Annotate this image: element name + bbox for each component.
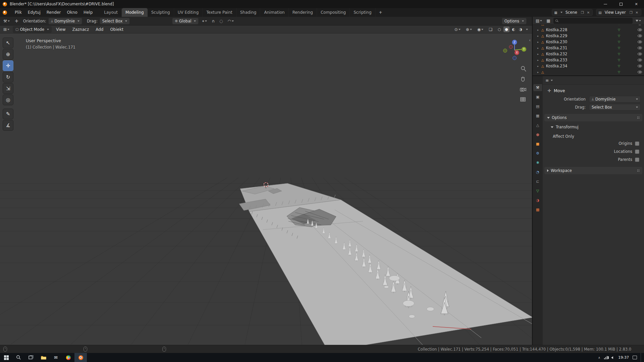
properties-menu-icon[interactable]: ≡ [545,78,549,83]
outliner-search-input[interactable] [559,18,631,23]
tab-shading[interactable]: Shading [236,8,261,17]
tab-render[interactable]: ▣ [533,94,542,101]
tab-rendering[interactable]: Rendering [289,8,317,17]
display-mode-icon[interactable]: ▦ [545,18,551,23]
outliner-row[interactable]: ▸ △ Kostka.228 ▽ [533,27,644,33]
scene-selector[interactable]: ▦ Scene ❐ ✕ [552,9,593,16]
expand-arrow-icon[interactable]: ▸ [537,41,540,44]
menu-add[interactable]: Add [93,27,106,32]
options-section-header[interactable]: Options [544,114,642,121]
transform-subsection-header[interactable]: Transformuj [543,121,644,130]
scale-tool-button[interactable]: ⇲ [3,83,13,94]
volume-icon[interactable] [611,356,613,359]
origins-checkbox[interactable] [635,141,639,146]
tab-particles[interactable]: ✱ [533,159,542,166]
visibility-eye-icon[interactable] [638,65,642,67]
filter-dropdown[interactable] [634,20,642,22]
menu-obiekt[interactable]: Obiekt [108,27,125,32]
tab-output[interactable]: ▤ [533,103,542,110]
unlink-scene-button[interactable]: ✕ [586,11,590,14]
outliner-row[interactable]: ▸ △ Kostka.233 ▽ [533,57,644,63]
blender-taskbar-button[interactable] [74,353,87,362]
shading-wireframe-button[interactable]: ○ [496,26,502,32]
region-collapse-arrow[interactable]: ‹ [529,38,531,43]
options-dropdown[interactable]: Options [502,18,527,24]
orientation-dropdown[interactable]: ⟂ Domyślnie [589,96,641,103]
tab-texture[interactable]: ▩ [533,206,542,213]
expand-arrow-icon[interactable]: ▸ [537,28,540,32]
tab-compositing[interactable]: Compositing [317,8,350,17]
visibility-eye-icon[interactable] [638,25,642,25]
visibility-eye-icon[interactable] [638,53,642,55]
tab-physics[interactable]: ◔ [533,169,542,176]
snap-toggle-button[interactable]: ∩ [210,19,216,23]
outliner-editor-type-icon[interactable]: ▤ [534,18,543,23]
drag-dropdown[interactable]: Select Box [100,18,130,24]
menu-zaznacz[interactable]: Zaznacz [70,27,91,32]
menu-edytuj[interactable]: Edytuj [25,8,44,17]
visibility-eye-icon[interactable] [638,71,642,73]
task-view-button[interactable] [25,353,37,362]
hidden-icons-chevron[interactable]: ∧ [598,356,600,359]
tab-layout[interactable]: Layout [100,8,122,17]
overlays-dropdown[interactable]: ◉ [476,27,485,32]
transform-tool-button[interactable]: ◎ [3,95,13,105]
tool-settings-editor-icon[interactable]: ⚒ [2,19,11,23]
box-select-tool-button[interactable]: ↖ [3,38,13,48]
visibility-eye-icon[interactable] [638,28,642,31]
outliner-row[interactable]: ▸ △ Kostka.231 ▽ [533,45,644,51]
outliner-search-box[interactable] [553,18,633,24]
falloff-dropdown[interactable]: ◠ [226,19,235,23]
tab-uv-editing[interactable]: UV Editing [174,8,203,17]
add-view-layer-button[interactable]: ❐ [629,11,633,14]
tab-modifiers[interactable]: ⚙ [533,150,542,157]
visibility-eye-icon[interactable] [638,59,642,61]
mode-dropdown[interactable]: ▢ Object Mode [13,26,52,33]
tab-animation[interactable]: Animation [260,8,288,17]
menu-okno[interactable]: Okno [64,8,80,17]
object-name[interactable]: Kostka.229 [546,34,568,38]
expand-arrow-icon[interactable]: ▸ [537,25,540,25]
xray-toggle-button[interactable]: ❏ [487,27,494,32]
tab-view-layer[interactable]: ▦ [533,112,542,119]
object-name[interactable]: Kostka.233 [546,58,568,62]
proportional-editing-button[interactable]: ◌ [218,19,224,23]
parents-checkbox[interactable] [635,158,639,162]
maximize-button[interactable] [613,0,629,8]
tab-object-data[interactable]: ▽ [533,187,542,194]
outliner-row[interactable]: ▸ △ Kostka.230 ▽ [533,39,644,45]
view-layer-selector[interactable]: ▤ View Layer ❐ ✕ [596,9,641,16]
menu-view[interactable]: View [54,27,68,32]
tab-sculpting[interactable]: Sculpting [148,8,174,17]
visibility-dropdown[interactable]: ⊙ [453,27,462,32]
gizmo-z-label[interactable]: Z [514,41,516,44]
viewport-editor-type-icon[interactable]: ⊞ [2,27,11,32]
file-explorer-button[interactable] [37,353,50,362]
transform-orientation-dropdown[interactable]: ⊕ Global [172,18,199,24]
locations-checkbox[interactable] [635,149,639,154]
outliner-row[interactable]: ▸ △ Kostka.232 ▽ [533,51,644,57]
tab-scene[interactable]: △ [533,122,542,129]
mail-app-button[interactable]: ✉ [50,353,62,362]
blender-menu-button[interactable] [3,8,10,17]
measure-tool-button[interactable]: ∡ [3,120,13,131]
pivot-point-button[interactable]: ⌖ [201,19,208,23]
action-center-icon[interactable] [633,356,637,359]
outliner-row-clipped[interactable]: ▸ △ ▽ [533,69,644,75]
new-scene-button[interactable]: ❐ [580,11,585,14]
move-tool-button[interactable]: ✛ [3,60,13,71]
visibility-eye-icon[interactable] [638,41,642,43]
rotate-tool-button[interactable]: ↻ [3,72,13,82]
gizmos-dropdown[interactable]: ⊕ [465,27,473,32]
expand-arrow-icon[interactable]: ▸ [537,35,540,38]
minimize-button[interactable] [598,0,613,8]
remove-view-layer-button[interactable]: ✕ [635,11,639,14]
tab-tool[interactable]: ⚒ [533,84,542,91]
object-name[interactable]: Kostka.234 [546,64,568,68]
shading-material-button[interactable]: ◐ [511,26,517,32]
shading-rendered-button[interactable]: ◑ [518,26,524,32]
object-name[interactable]: Kostka.228 [546,27,568,32]
expand-arrow-icon[interactable]: ▸ [537,65,540,68]
tab-material[interactable]: ◑ [533,197,542,204]
clock[interactable]: 19:37 [618,355,629,360]
